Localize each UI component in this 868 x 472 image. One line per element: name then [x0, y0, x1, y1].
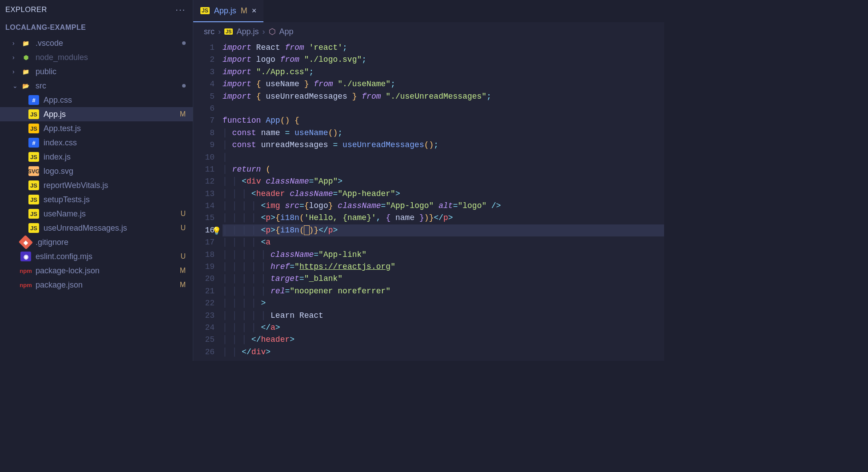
file-label: App.js [44, 110, 176, 119]
code-line[interactable]: │ │ │ </header> [223, 334, 664, 346]
file-tree-item[interactable]: ◆.gitignore [0, 235, 193, 249]
code-line[interactable]: │ │ │ │ </a> [223, 322, 664, 334]
code-content[interactable]: import React from 'react';import logo fr… [223, 41, 664, 361]
file-label: .vscode [36, 39, 179, 48]
lightbulb-icon[interactable]: 💡 [212, 225, 221, 237]
js-icon: JS [224, 28, 233, 35]
line-number: 1 [193, 42, 215, 54]
chevron-icon: › [12, 40, 20, 47]
file-tree-item[interactable]: ›⬢node_modules [0, 50, 193, 64]
line-number: 17 [193, 236, 215, 248]
code-editor[interactable]: 1234567891011121314151617181920212223242… [193, 41, 664, 361]
breadcrumb-part[interactable]: App.js [236, 27, 259, 36]
tab-modified-badge: M [241, 6, 247, 16]
line-number: 23 [193, 310, 215, 322]
code-line[interactable]: │ │ │ │ │ Learn React [223, 310, 664, 322]
code-line[interactable]: import React from 'react'; [223, 42, 664, 54]
code-line[interactable]: function App() { [223, 115, 664, 127]
file-tree-item[interactable]: JSindex.js [0, 150, 193, 164]
line-number: 14 [193, 200, 215, 212]
line-number: 3 [193, 66, 215, 78]
file-tree-item[interactable]: ›📁.vscode [0, 36, 193, 50]
code-line[interactable]: │ │ │ │ > [223, 297, 664, 309]
file-label: App.test.js [44, 124, 186, 133]
file-label: index.js [44, 152, 186, 162]
file-tree-item[interactable]: #App.css [0, 93, 193, 107]
line-number: 7 [193, 115, 215, 127]
chevron-icon: › [12, 68, 20, 75]
line-number: 18 [193, 249, 215, 261]
line-number: 26 [193, 346, 215, 358]
code-line[interactable]: │ │ │ │ │ target="_blank" [223, 273, 664, 285]
code-line[interactable]: 💡│ │ │ │ <p>{i18n( )}</p> [223, 224, 664, 236]
dot-badge [182, 41, 186, 45]
file-tree-item[interactable]: JSApp.test.js [0, 121, 193, 136]
file-tree-item[interactable]: npmpackage-lock.jsonM [0, 264, 193, 278]
dot-badge [182, 84, 186, 88]
file-tree: ›📁.vscode›⬢node_modules›📁public⌄📂src#App… [0, 36, 193, 361]
project-name[interactable]: LOCALANG-EXAMPLE [0, 18, 193, 36]
git-status-badge: U [180, 252, 186, 260]
file-label: src [36, 81, 179, 91]
code-line[interactable]: import logo from "./logo.svg"; [223, 54, 664, 66]
chevron-right-icon: › [218, 27, 221, 36]
code-line[interactable]: │ const unreadMessages = useUnreadMessag… [223, 139, 664, 151]
code-line[interactable] [223, 103, 664, 115]
code-line[interactable]: │ │ │ │ │ href="https://reactjs.org" [223, 261, 664, 273]
file-tree-item[interactable]: JSApp.jsM [0, 107, 193, 121]
git-status-badge: M [180, 110, 186, 118]
symbol-icon: ⬡ [269, 27, 276, 36]
file-label: public [36, 67, 186, 76]
line-number: 15 [193, 212, 215, 224]
code-line[interactable]: import { useName } from "./useName"; [223, 78, 664, 90]
line-number-gutter: 1234567891011121314151617181920212223242… [193, 41, 223, 361]
code-line[interactable]: │ │ │ │ <img src={logo} className="App-l… [223, 200, 664, 212]
file-tree-item[interactable]: JSuseUnreadMessages.jsU [0, 221, 193, 235]
file-tree-item[interactable]: SVGlogo.svg [0, 164, 193, 178]
breadcrumb-part[interactable]: App [279, 27, 294, 36]
line-number: 10 [193, 152, 215, 164]
more-icon[interactable]: ··· [175, 4, 186, 15]
js-icon: JS [200, 7, 210, 14]
file-tree-item[interactable]: ◉eslint.config.mjsU [0, 249, 193, 264]
chevron-icon: ⌄ [12, 82, 20, 89]
code-line[interactable]: │ return ( [223, 164, 664, 176]
line-number: 13 [193, 188, 215, 200]
code-line[interactable]: import { useUnreadMessages } from "./use… [223, 91, 664, 103]
code-line[interactable]: │ │ │ │ │ className="App-link" [223, 249, 664, 261]
file-tree-item[interactable]: JSuseName.jsU [0, 207, 193, 221]
file-label: reportWebVitals.js [44, 181, 186, 190]
breadcrumb-part[interactable]: src [204, 27, 215, 36]
line-number: 24 [193, 322, 215, 334]
code-line[interactable]: │ const name = useName(); [223, 127, 664, 139]
file-label: setupTests.js [44, 195, 186, 204]
line-number: 21 [193, 285, 215, 297]
breadcrumb[interactable]: src › JS App.js › ⬡ App [193, 22, 664, 41]
line-number: 22 [193, 297, 215, 309]
line-number: 11 [193, 164, 215, 176]
code-line[interactable]: │ │ │ <header className="App-header"> [223, 188, 664, 200]
file-tree-item[interactable]: ›📁public [0, 64, 193, 79]
file-tree-item[interactable]: #index.css [0, 136, 193, 150]
file-tree-item[interactable]: JSsetupTests.js [0, 192, 193, 207]
code-line[interactable]: │ │ │ │ <a [223, 236, 664, 248]
line-number: 16 [193, 224, 215, 236]
code-line[interactable]: │ │ │ │ <p>{i18n('Hello, {name}', { name… [223, 212, 664, 224]
file-label: useUnreadMessages.js [44, 224, 177, 233]
tab-app-js[interactable]: JS App.js M × [193, 0, 263, 22]
file-label: index.css [44, 138, 186, 148]
file-label: package-lock.json [36, 266, 176, 276]
code-line[interactable]: │ [223, 152, 664, 164]
file-label: logo.svg [44, 167, 186, 176]
file-tree-item[interactable]: npmpackage.jsonM [0, 278, 193, 292]
file-tree-item[interactable]: JSreportWebVitals.js [0, 178, 193, 192]
close-icon[interactable]: × [252, 6, 257, 16]
code-line[interactable]: │ │ <div className="App"> [223, 176, 664, 188]
code-line[interactable]: │ │ </div> [223, 346, 664, 358]
line-number: 4 [193, 78, 215, 90]
code-line[interactable]: │ │ │ │ │ rel="noopener noreferrer" [223, 285, 664, 297]
file-tree-item[interactable]: ⌄📂src [0, 79, 193, 93]
line-number: 25 [193, 334, 215, 346]
git-status-badge: U [180, 210, 186, 218]
code-line[interactable]: import "./App.css"; [223, 66, 664, 78]
